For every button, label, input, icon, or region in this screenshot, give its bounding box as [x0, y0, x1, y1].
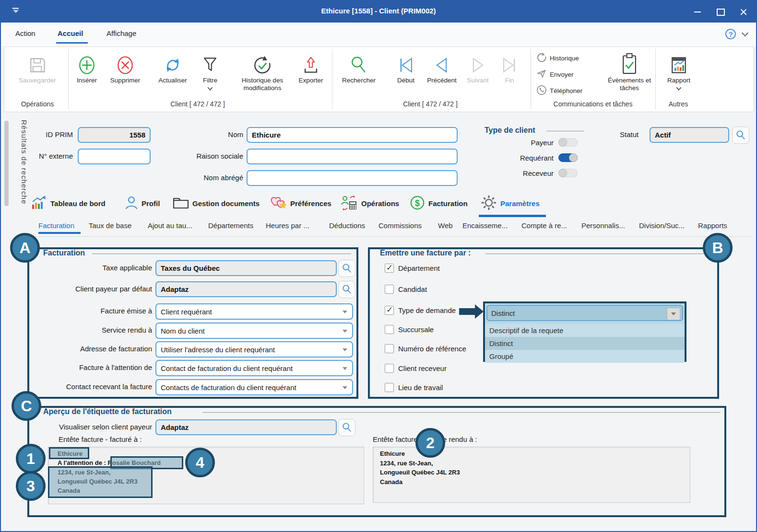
requerant-toggle[interactable]	[558, 153, 578, 162]
nom-abrege-label: Nom abrégé	[186, 173, 243, 182]
type-demande-checkbox[interactable]	[385, 306, 394, 315]
visualiser-field[interactable]: Adaptaz	[155, 419, 337, 435]
search-button[interactable]: Rechercher	[335, 50, 382, 84]
history-modifications-button[interactable]: Historique des modifications	[230, 50, 295, 92]
payeur-toggle[interactable]	[558, 138, 578, 147]
no-externe-field[interactable]	[78, 149, 151, 164]
tab-profil[interactable]: Profil	[125, 194, 160, 213]
tab-operations[interactable]: Opérations	[341, 194, 399, 213]
taxe-applicable-field[interactable]: Taxes du Québec	[155, 260, 337, 276]
subtab-web[interactable]: Web	[438, 221, 453, 230]
statut-lookup-button[interactable]	[732, 127, 749, 144]
panel-grip[interactable]	[4, 121, 9, 206]
tab-gestion-documents[interactable]: Gestion documents	[173, 194, 260, 213]
type-demande-combo[interactable]: Distinct	[486, 305, 683, 321]
nom-abrege-field[interactable]	[247, 170, 458, 186]
dropdown-option[interactable]: Descriptif de la requete	[485, 324, 685, 337]
first-record-button[interactable]: Début	[390, 50, 421, 84]
close-button[interactable]	[733, 5, 754, 19]
raison-sociale-field[interactable]	[247, 149, 458, 164]
taxe-lookup-button[interactable]	[338, 260, 355, 277]
last-record-button[interactable]: Fin	[497, 50, 522, 84]
facture-emise-dropdown[interactable]: Client requérant	[155, 303, 353, 320]
nom-field[interactable]: Ethicure	[247, 127, 458, 143]
adresse-facturation-dropdown[interactable]: Utiliser l'adresse du client requérant	[155, 341, 353, 358]
contact-recevant-dropdown[interactable]: Contacts de facturation du client requér…	[155, 379, 353, 395]
report-button[interactable]: Rapport	[660, 50, 698, 90]
refresh-icon	[162, 50, 183, 77]
next-record-button[interactable]: Suivant	[462, 50, 493, 84]
succursale-label: Succursale	[398, 325, 434, 334]
subtab-taux-de-base[interactable]: Taux de base	[89, 221, 131, 230]
receveur-toggle[interactable]	[558, 169, 578, 177]
ribbon-group-label: Opérations	[13, 100, 62, 108]
subtab-encaissement[interactable]: Encaisseme...	[462, 221, 508, 230]
statut-field[interactable]: Actif	[650, 127, 729, 143]
chevron-down-icon[interactable]	[742, 30, 748, 36]
preview-address-line: 1234, rue St-Jean,	[58, 469, 111, 476]
succursale-checkbox[interactable]	[385, 325, 394, 334]
subtab-departements[interactable]: Départements	[208, 221, 253, 230]
taxe-applicable-label: Taxe applicable	[35, 264, 152, 272]
dropdown-option-selected[interactable]: Distinct	[485, 337, 685, 350]
subtab-personnalisation[interactable]: Personnalis...	[581, 221, 625, 230]
preview-attention-line: A l'attention de : Rosalie Bouchard	[58, 459, 161, 466]
subtab-ajout-au-taux[interactable]: Ajout au tau...	[148, 221, 192, 230]
service-rendu-dropdown[interactable]: Nom du client	[155, 323, 353, 339]
client-payeur-field[interactable]: Adaptaz	[155, 281, 337, 297]
tab-facturation[interactable]: $ Facturation	[410, 194, 468, 213]
client-receveur-checkbox[interactable]	[385, 364, 394, 373]
entete-service-label: Entête facture - service rendu à :	[373, 435, 477, 443]
candidat-checkbox[interactable]	[385, 285, 394, 294]
insert-button[interactable]: Insérer	[70, 50, 104, 84]
tab-tableau-de-bord[interactable]: Tableau de bord	[31, 194, 106, 213]
subtab-commissions[interactable]: Commissions	[378, 221, 422, 230]
subtab-division-succursale[interactable]: Division/Suc...	[639, 221, 685, 230]
payeur-label: Payeur	[506, 139, 554, 147]
preview-line: 1234, rue St-Jean,	[380, 460, 433, 467]
menu-affichage[interactable]: Affichage	[106, 29, 136, 37]
tab-preferences[interactable]: Préférences	[270, 194, 331, 213]
menu-accueil[interactable]: Accueil	[58, 29, 83, 37]
next-icon	[467, 50, 488, 77]
dropdown-option[interactable]: Groupé	[485, 350, 685, 363]
statut-label: Statut	[620, 130, 639, 139]
subtab-compte-a-recevoir[interactable]: Compte à re...	[521, 221, 567, 230]
maximize-button[interactable]	[710, 5, 731, 19]
facturation-caption: Facturation	[43, 249, 85, 257]
minimize-button[interactable]	[687, 5, 708, 19]
search-results-panel-tab[interactable]: Résultats de recherche	[20, 120, 28, 204]
history-check-icon	[251, 50, 274, 77]
menu-action[interactable]: Action	[15, 29, 35, 37]
send-button[interactable]: Envoyer	[536, 68, 574, 81]
previous-record-button[interactable]: Précédent	[420, 50, 463, 84]
lieu-travail-checkbox[interactable]	[385, 383, 394, 392]
numero-reference-checkbox[interactable]	[385, 344, 394, 353]
help-icon[interactable]: ?	[725, 29, 736, 39]
folder-icon	[173, 196, 189, 211]
numero-reference-label: Numéro de référence	[398, 345, 466, 353]
export-button[interactable]: Exporter	[293, 50, 329, 84]
subtab-rapports[interactable]: Rapports	[698, 221, 727, 230]
delete-button[interactable]: Supprimer	[105, 50, 146, 84]
entete-facture-label: Entête facture - facturé à :	[59, 435, 142, 443]
events-tasks-button[interactable]: Évènements et tâches	[604, 50, 654, 92]
combo-arrow-button[interactable]	[667, 308, 680, 320]
apercu-caption: Aperçu de l'étiquette de facturation	[43, 407, 172, 416]
filter-button[interactable]: Filtre	[196, 50, 225, 90]
phone-button[interactable]: Téléphoner	[536, 84, 582, 97]
departement-checkbox[interactable]	[385, 264, 394, 273]
subtab-facturation[interactable]: Facturation	[38, 221, 74, 230]
subtab-heures-par[interactable]: Heures par ...	[266, 221, 309, 230]
subtab-deductions[interactable]: Déductions	[329, 221, 365, 230]
requerant-label: Requérant	[501, 154, 554, 162]
tab-parametres[interactable]: Paramètres	[481, 194, 540, 213]
refresh-button[interactable]: Actualiser	[151, 50, 195, 84]
save-button[interactable]: Sauvegarder	[13, 50, 62, 84]
client-payeur-lookup-button[interactable]	[338, 281, 355, 298]
report-icon	[668, 50, 689, 77]
facture-attention-dropdown[interactable]: Contact de facturation du client requéra…	[155, 360, 353, 376]
history-button[interactable]: Historique	[536, 52, 579, 64]
clipboard-check-icon	[619, 50, 640, 77]
visualiser-lookup-button[interactable]	[338, 419, 355, 436]
